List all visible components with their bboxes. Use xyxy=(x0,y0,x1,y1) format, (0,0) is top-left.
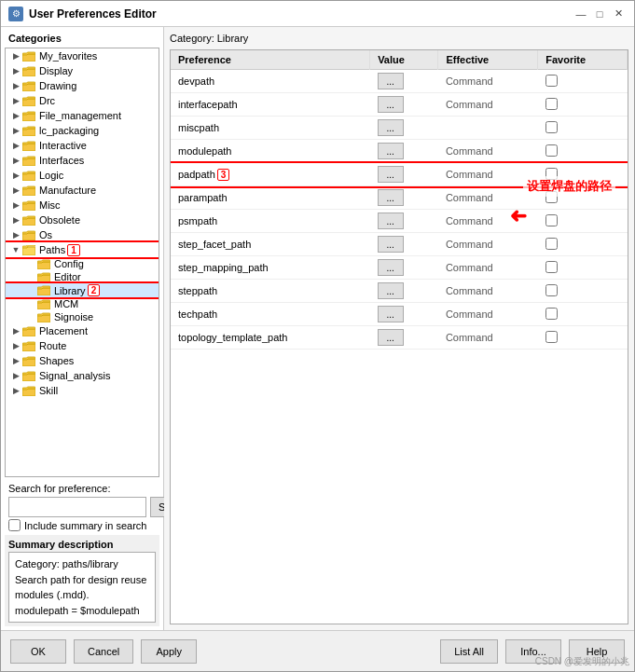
tree-container[interactable]: ▶ My_favorites▶ Display▶ Drawing▶ Drc▶ F… xyxy=(5,48,159,477)
include-summary-checkbox[interactable] xyxy=(8,519,21,531)
tree-item-signal_analysis[interactable]: ▶ Signal_analysis xyxy=(6,368,159,383)
pref-value-devpath[interactable]: ... xyxy=(370,70,438,93)
tree-item-lc_packaging[interactable]: ▶ lc_packaging xyxy=(6,123,159,138)
tree-expand-signal_analysis[interactable]: ▶ xyxy=(9,369,22,382)
pref-fav-step_mapping_path[interactable] xyxy=(538,256,628,280)
fav-cb-modulepath[interactable] xyxy=(545,144,558,157)
fav-cb-padpath[interactable] xyxy=(545,168,558,180)
tree-expand-file_management[interactable]: ▶ xyxy=(9,109,22,122)
pref-fav-miscpath[interactable] xyxy=(538,117,628,140)
search-input[interactable] xyxy=(8,497,146,517)
tree-expand-drawing[interactable]: ▶ xyxy=(9,79,22,92)
tree-expand-placement[interactable]: ▶ xyxy=(9,324,22,337)
tree-expand-obsolete[interactable]: ▶ xyxy=(9,213,22,226)
table-row-padpath[interactable]: padpath3...Command xyxy=(171,163,628,186)
pref-value-techpath[interactable]: ... xyxy=(370,303,438,326)
fav-cb-techpath[interactable] xyxy=(545,308,558,320)
tree-expand-paths[interactable]: ▼ xyxy=(9,243,22,256)
tree-item-my_favorites[interactable]: ▶ My_favorites xyxy=(6,48,159,63)
table-row-parampath[interactable]: parampath...Command xyxy=(171,186,628,210)
tree-item-display[interactable]: ▶ Display xyxy=(6,63,159,78)
table-row-topology_template_path[interactable]: topology_template_path...Command xyxy=(171,326,628,350)
value-btn-parampath[interactable]: ... xyxy=(378,189,404,206)
pref-value-interfacepath[interactable]: ... xyxy=(370,93,438,117)
tree-item-editor[interactable]: Editor xyxy=(6,270,159,283)
pref-value-steppath[interactable]: ... xyxy=(370,280,438,303)
value-btn-modulepath[interactable]: ... xyxy=(378,143,404,159)
pref-fav-interfacepath[interactable] xyxy=(538,93,628,117)
tree-expand-skill[interactable]: ▶ xyxy=(9,384,22,397)
tree-expand-logic[interactable]: ▶ xyxy=(9,169,22,182)
table-row-psmpath[interactable]: psmpath...Command xyxy=(171,210,628,233)
tree-expand-misc[interactable]: ▶ xyxy=(9,199,22,212)
tree-expand-route[interactable]: ▶ xyxy=(9,339,22,352)
pref-fav-devpath[interactable] xyxy=(538,70,628,93)
table-row-step_facet_path[interactable]: step_facet_path...Command xyxy=(171,233,628,256)
tree-item-misc[interactable]: ▶ Misc xyxy=(6,198,159,213)
table-row-miscpath[interactable]: miscpath... xyxy=(171,117,628,140)
ok-button[interactable]: OK xyxy=(10,639,66,664)
fav-cb-topology_template_path[interactable] xyxy=(545,331,558,343)
value-btn-psmpath[interactable]: ... xyxy=(378,213,404,229)
pref-fav-modulepath[interactable] xyxy=(538,140,628,163)
pref-value-step_mapping_path[interactable]: ... xyxy=(370,256,438,280)
apply-button[interactable]: Apply xyxy=(141,639,197,664)
table-row-modulepath[interactable]: modulepath...Command xyxy=(171,140,628,163)
pref-value-step_facet_path[interactable]: ... xyxy=(370,233,438,256)
pref-fav-psmpath[interactable] xyxy=(538,210,628,233)
pref-fav-techpath[interactable] xyxy=(538,303,628,326)
table-row-steppath[interactable]: steppath...Command xyxy=(171,280,628,303)
tree-item-placement[interactable]: ▶ Placement xyxy=(6,323,159,338)
value-btn-padpath[interactable]: ... xyxy=(378,166,404,183)
fav-cb-parampath[interactable] xyxy=(545,191,558,203)
tree-item-shapes[interactable]: ▶ Shapes xyxy=(6,353,159,368)
pref-value-parampath[interactable]: ... xyxy=(370,186,438,210)
tree-expand-interfaces[interactable]: ▶ xyxy=(9,154,22,167)
tree-item-library[interactable]: Library2 xyxy=(6,283,159,297)
tree-item-interactive[interactable]: ▶ Interactive xyxy=(6,138,159,153)
tree-expand-drc[interactable]: ▶ xyxy=(9,94,22,107)
pref-value-modulepath[interactable]: ... xyxy=(370,140,438,163)
tree-item-interfaces[interactable]: ▶ Interfaces xyxy=(6,153,159,168)
value-btn-miscpath[interactable]: ... xyxy=(378,119,404,136)
prefs-table-container[interactable]: Preference Value Effective Favorite devp… xyxy=(170,49,628,624)
tree-expand-interactive[interactable]: ▶ xyxy=(9,139,22,152)
tree-item-drawing[interactable]: ▶ Drawing xyxy=(6,78,159,93)
table-row-techpath[interactable]: techpath...Command xyxy=(171,303,628,326)
fav-cb-devpath[interactable] xyxy=(545,75,558,87)
table-row-interfacepath[interactable]: interfacepath...Command xyxy=(171,93,628,117)
close-button[interactable]: ✕ xyxy=(610,6,627,22)
value-btn-interfacepath[interactable]: ... xyxy=(378,96,404,113)
table-row-step_mapping_path[interactable]: step_mapping_path...Command xyxy=(171,256,628,280)
minimize-button[interactable]: — xyxy=(573,6,589,22)
tree-expand-manufacture[interactable]: ▶ xyxy=(9,184,22,197)
pref-fav-parampath[interactable] xyxy=(538,186,628,210)
pref-value-psmpath[interactable]: ... xyxy=(370,210,438,233)
include-summary-label[interactable]: Include summary in search xyxy=(24,520,146,531)
fav-cb-psmpath[interactable] xyxy=(545,214,558,226)
pref-value-padpath[interactable]: ... xyxy=(370,163,438,186)
pref-fav-padpath[interactable] xyxy=(538,163,628,186)
tree-expand-os[interactable]: ▶ xyxy=(9,228,22,241)
tree-item-config[interactable]: Config xyxy=(6,257,159,270)
tree-item-drc[interactable]: ▶ Drc xyxy=(6,93,159,108)
tree-item-os[interactable]: ▶ Os xyxy=(6,227,159,242)
tree-expand-my_favorites[interactable]: ▶ xyxy=(9,49,22,62)
maximize-button[interactable]: □ xyxy=(591,6,608,22)
value-btn-techpath[interactable]: ... xyxy=(378,306,404,322)
tree-item-manufacture[interactable]: ▶ Manufacture xyxy=(6,183,159,198)
fav-cb-miscpath[interactable] xyxy=(545,121,558,133)
fav-cb-interfacepath[interactable] xyxy=(545,98,558,110)
fav-cb-step_mapping_path[interactable] xyxy=(545,261,558,273)
pref-fav-step_facet_path[interactable] xyxy=(538,233,628,256)
tree-item-skill[interactable]: ▶ Skill xyxy=(6,383,159,398)
tree-item-signoise[interactable]: Signoise xyxy=(6,310,159,323)
tree-item-mcm[interactable]: MCM xyxy=(6,297,159,310)
pref-fav-topology_template_path[interactable] xyxy=(538,326,628,350)
pref-value-miscpath[interactable]: ... xyxy=(370,117,438,140)
list-all-button[interactable]: List All xyxy=(440,639,498,664)
value-btn-devpath[interactable]: ... xyxy=(378,73,404,89)
value-btn-topology_template_path[interactable]: ... xyxy=(378,329,404,346)
value-btn-step_mapping_path[interactable]: ... xyxy=(378,259,404,276)
fav-cb-steppath[interactable] xyxy=(545,284,558,296)
